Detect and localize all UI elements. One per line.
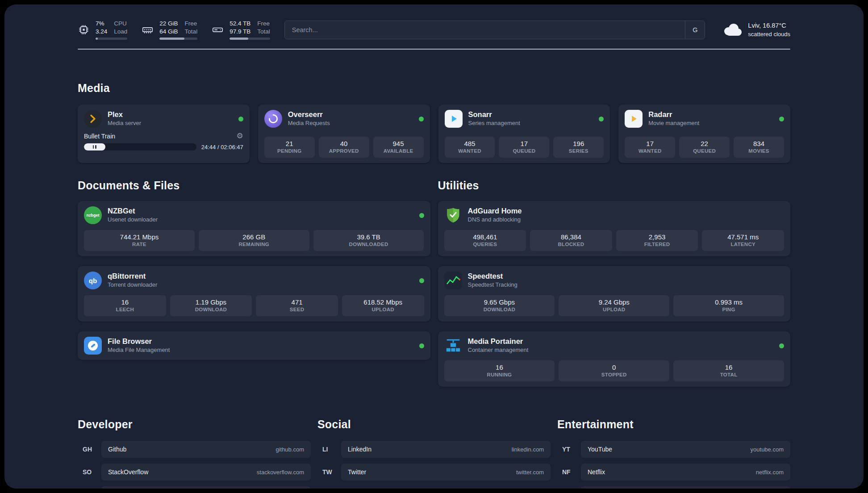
overseerr-card[interactable]: Overseerr Media Requests 21 PENDING 40 A… <box>258 104 430 163</box>
section-title-developer: Developer <box>78 418 311 431</box>
stat-box: 485 WANTED <box>445 137 495 158</box>
playback-time: 24:44 / 02:06:47 <box>201 144 243 150</box>
filebrowser-card[interactable]: File Browser Media File Management <box>78 331 430 360</box>
stat-value: 266 GB <box>200 233 308 241</box>
stat-box: 744.21 Mbps RATE <box>84 230 195 251</box>
stat-value: 40 <box>321 139 367 148</box>
stat-label: MOVIES <box>735 148 782 155</box>
stat-label: WANTED <box>447 148 493 155</box>
bookmark-youtube[interactable]: YT YouTube youtube.com <box>557 441 790 458</box>
nzbget-card[interactable]: nzbget NZBGet Usenet downloader 744.21 M… <box>78 201 430 256</box>
section-title-media: Media <box>78 82 790 95</box>
app-desc: Speedtest Tracking <box>468 280 517 289</box>
disk-usage-bar <box>230 38 270 40</box>
bookmark-linkedin[interactable]: LI LinkedIn linkedin.com <box>317 441 551 458</box>
plex-card[interactable]: Plex Media server Bullet Train ⚙ 24:4 <box>78 104 250 163</box>
section-documents: Documents & Files nzbget NZBGet Usenet d… <box>78 179 430 360</box>
app-desc: Torrent downloader <box>108 280 157 289</box>
disk-usage-bar-fill <box>230 38 248 40</box>
section-developer: Developer GH Github github.com SO StackO… <box>78 418 311 489</box>
section-entertainment: Entertainment YT YouTube youtube.com NF … <box>557 418 790 489</box>
app-name: Radarr <box>648 110 699 119</box>
search-input[interactable] <box>285 21 685 39</box>
stat-value: 471 <box>258 298 336 306</box>
bookmark-abbr: LI <box>317 446 341 453</box>
radarr-card[interactable]: Radarr Movie management 17 WANTED 22 QUE… <box>618 104 790 163</box>
plex-progress-fill <box>84 143 105 150</box>
bookmark-dev[interactable]: DT DEV dev.to <box>78 486 311 489</box>
stat-box: 86,384 BLOCKED <box>530 230 612 251</box>
bookmark-stackoverflow[interactable]: SO StackOverflow stackoverflow.com <box>78 464 311 480</box>
search-engine-button[interactable]: G <box>685 21 705 39</box>
stat-label: APPROVED <box>321 148 367 155</box>
cpu-usage-value: 7% <box>96 20 107 28</box>
cpu-usage-bar-fill <box>96 38 98 40</box>
cpu-usage-bar <box>96 38 127 40</box>
stat-value: 17 <box>501 139 547 148</box>
stat-box: 21 PENDING <box>264 137 315 158</box>
sonarr-icon <box>445 110 463 128</box>
bookmark-twitter[interactable]: TW Twitter twitter.com <box>317 464 551 480</box>
stat-label: STOPPED <box>560 372 668 378</box>
portainer-card[interactable]: Media Portainer Container management 16 … <box>438 331 791 387</box>
stat-box: 22 QUEUED <box>679 137 730 158</box>
stat-label: LATENCY <box>704 241 782 248</box>
cloud-icon <box>721 23 743 37</box>
app-name: qBittorrent <box>108 272 157 280</box>
stat-box: 0.993 ms PING <box>673 295 784 316</box>
ram-usage-bar <box>159 38 197 40</box>
bookmark-url: netflix.com <box>756 469 784 476</box>
speedtest-card[interactable]: Speedtest Speedtest Tracking 9.65 Gbps D… <box>438 266 791 322</box>
bookmark-github[interactable]: GH Github github.com <box>78 441 311 458</box>
app-name: AdGuard Home <box>468 206 522 215</box>
settings-gear-icon[interactable]: ⚙ <box>237 132 243 140</box>
stat-box: 9.24 Gbps UPLOAD <box>559 295 669 316</box>
stat-box: 2,953 FILTERED <box>616 230 698 251</box>
stat-label: QUERIES <box>446 241 525 248</box>
plex-progress-bar[interactable] <box>84 143 196 150</box>
stat-box: 16 LEECH <box>84 295 166 316</box>
stat-box: 9.65 Gbps DOWNLOAD <box>444 295 555 316</box>
stat-box: 266 GB REMAINING <box>199 230 309 251</box>
stat-label: DOWNLOAD <box>172 306 250 313</box>
disk-label-top: Free <box>257 20 270 28</box>
bookmark-abbr: GH <box>78 446 101 453</box>
bookmark-url: github.com <box>275 446 304 453</box>
bookmark-name: Netflix <box>588 468 605 476</box>
stat-label: TOTAL <box>675 372 782 378</box>
stat-label: AVAILABLE <box>375 148 422 155</box>
stat-box: 834 MOVIES <box>734 137 784 158</box>
bookmark-netflix[interactable]: NF Netflix netflix.com <box>557 464 790 480</box>
section-utilities: Utilities AdGuard Home <box>438 179 791 387</box>
filebrowser-icon <box>84 337 102 355</box>
stat-value: 16 <box>446 363 553 372</box>
stat-label: BLOCKED <box>532 241 610 248</box>
bookmark-url: linkedin.com <box>512 446 544 453</box>
stat-box: 40 APPROVED <box>319 137 369 158</box>
stat-box: 0 STOPPED <box>559 360 669 381</box>
cpu-widget: 7% 3.24 CPU Load <box>78 20 127 40</box>
qbittorrent-card[interactable]: qb qBittorrent Torrent downloader 16 LEE… <box>78 266 430 322</box>
sonarr-card[interactable]: Sonarr Series management 485 WANTED 17 Q… <box>438 104 610 163</box>
stat-value: 196 <box>555 139 602 148</box>
stat-value: 21 <box>266 139 313 148</box>
disk-widget: 52.4 TB 97.9 TB Free Total <box>212 20 270 40</box>
app-desc: Media File Management <box>108 346 170 355</box>
stat-box: 471 SEED <box>256 295 338 316</box>
stat-value: 17 <box>626 139 673 148</box>
stat-label: UPLOAD <box>344 306 422 313</box>
stat-label: QUEUED <box>681 148 728 155</box>
disk-label-bottom: Total <box>257 28 270 36</box>
weather-condition: scattered clouds <box>748 30 790 38</box>
bookmark-url: youtube.com <box>751 446 784 453</box>
stat-label: RATE <box>86 241 193 248</box>
stat-label: FILTERED <box>618 241 697 248</box>
bookmark-url: twitter.com <box>516 469 544 476</box>
stat-value: 485 <box>447 139 493 148</box>
app-name: Speedtest <box>468 272 517 280</box>
status-online-dot <box>238 117 243 121</box>
stat-value: 39.6 TB <box>315 233 422 241</box>
radarr-icon <box>625 110 643 128</box>
bookmark-reddit[interactable]: RE Reddit reddit.com <box>557 486 790 489</box>
adguard-card[interactable]: AdGuard Home DNS and adblocking 498,461 … <box>438 201 791 256</box>
